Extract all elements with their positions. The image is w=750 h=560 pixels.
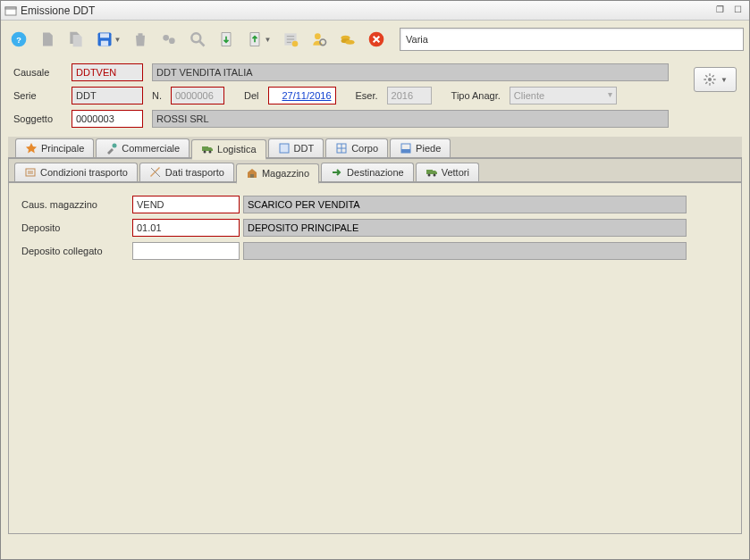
serie-label: Serie xyxy=(13,90,63,101)
logistica-panel: Condizioni trasporto Dati trasporto Maga… xyxy=(8,159,742,534)
svg-point-9 xyxy=(191,33,200,42)
toolbar: ? ▼ ▼ Varia xyxy=(1,21,749,58)
svg-point-7 xyxy=(163,35,169,41)
causale-input[interactable] xyxy=(72,63,143,81)
window-title: Emissione DDT xyxy=(21,4,712,17)
del-input[interactable] xyxy=(268,87,336,104)
magazzino-content: Caus. magazzino SCARICO PER VENDITA Depo… xyxy=(9,183,741,278)
tab-corpo[interactable]: Corpo xyxy=(325,138,388,157)
footer-icon xyxy=(400,142,412,155)
caus-magazzino-desc: SCARICO PER VENDITA xyxy=(243,196,687,213)
svg-point-36 xyxy=(433,174,435,177)
eser-label: Eser. xyxy=(356,90,378,101)
deposito-desc: DEPOSITO PRINCIPALE xyxy=(243,219,687,237)
context-field[interactable]: Varia xyxy=(400,28,744,51)
svg-line-10 xyxy=(200,42,205,46)
find-user-button[interactable] xyxy=(307,25,332,54)
table-icon xyxy=(335,142,348,155)
main-tabs: Principale Commerciale Logistica DDT Cor… xyxy=(8,137,742,159)
arrow-icon xyxy=(331,166,343,179)
deposito-input[interactable] xyxy=(132,219,240,237)
caus-magazzino-label: Caus. magazzino xyxy=(21,199,129,210)
window-maximize-icon[interactable]: ☐ xyxy=(729,4,746,17)
tipo-anagr-dropdown: Cliente xyxy=(510,87,617,104)
eser-field: 2016 xyxy=(387,87,432,104)
warehouse-icon xyxy=(246,167,258,180)
svg-rect-24 xyxy=(280,144,289,153)
tools-icon xyxy=(105,142,118,155)
svg-rect-5 xyxy=(100,33,109,38)
search-button[interactable] xyxy=(185,25,210,54)
delete-button[interactable] xyxy=(128,25,153,54)
svg-point-8 xyxy=(169,38,175,44)
svg-rect-29 xyxy=(401,149,410,153)
tab-commerciale[interactable]: Commerciale xyxy=(96,138,190,157)
help-button[interactable]: ? xyxy=(6,25,31,54)
svg-point-12 xyxy=(292,41,299,47)
svg-point-17 xyxy=(346,40,355,45)
numero-label: N. xyxy=(152,90,162,101)
tab-dati-trasporto[interactable]: Dati trasporto xyxy=(139,163,234,181)
import-button[interactable] xyxy=(214,25,239,54)
truck-icon xyxy=(426,166,438,179)
svg-point-20 xyxy=(113,144,117,148)
tab-principale[interactable]: Principale xyxy=(15,138,94,157)
deposito-collegato-label: Deposito collegato xyxy=(21,246,129,256)
svg-point-23 xyxy=(209,151,212,154)
svg-rect-6 xyxy=(100,41,107,46)
list-icon xyxy=(24,166,37,179)
sub-tabs: Condizioni trasporto Dati trasporto Maga… xyxy=(9,159,741,183)
truck-icon xyxy=(201,143,214,155)
copy-document-button[interactable] xyxy=(63,25,88,54)
tab-magazzino[interactable]: Magazzino xyxy=(236,163,319,184)
tab-destinazione[interactable]: Destinazione xyxy=(321,163,414,181)
tipo-anagr-label: Tipo Anagr. xyxy=(451,90,501,101)
tab-ddt[interactable]: DDT xyxy=(268,138,324,157)
numero-input[interactable] xyxy=(171,87,224,104)
svg-rect-33 xyxy=(250,174,254,178)
deposito-label: Deposito xyxy=(21,222,129,233)
causale-label: Causale xyxy=(13,67,63,78)
svg-rect-30 xyxy=(26,169,35,176)
svg-rect-21 xyxy=(202,146,208,151)
caus-magazzino-input[interactable] xyxy=(132,196,240,213)
soggetto-label: Soggetto xyxy=(13,113,63,124)
serie-input[interactable] xyxy=(72,87,143,104)
svg-rect-34 xyxy=(426,170,433,174)
svg-text:?: ? xyxy=(16,36,21,45)
tab-piede[interactable]: Piede xyxy=(390,138,451,157)
window-restore-icon[interactable]: ❐ xyxy=(712,4,728,17)
deposito-collegato-desc xyxy=(243,242,687,260)
ruler-icon xyxy=(149,166,162,179)
soggetto-desc: ROSSI SRL xyxy=(152,110,669,128)
tab-condizioni-trasporto[interactable]: Condizioni trasporto xyxy=(14,163,138,181)
document-icon xyxy=(278,142,291,155)
svg-point-13 xyxy=(315,33,321,39)
export-button[interactable]: ▼ xyxy=(242,25,274,54)
svg-point-19 xyxy=(708,78,712,81)
window-icon xyxy=(4,4,17,17)
del-label: Del xyxy=(244,90,259,101)
svg-rect-1 xyxy=(5,7,16,9)
window-titlebar: Emissione DDT ❐ ☐ xyxy=(1,1,749,21)
soggetto-input[interactable] xyxy=(72,110,143,128)
chevron-down-icon: ▼ xyxy=(114,36,122,44)
tab-vettori[interactable]: Vettori xyxy=(416,163,479,181)
new-document-button[interactable] xyxy=(35,25,60,54)
chevron-down-icon: ▼ xyxy=(721,76,728,84)
link-button[interactable] xyxy=(156,25,181,54)
settings-button[interactable]: ▼ xyxy=(694,67,737,92)
causale-desc: DDT VENDITA ITALIA xyxy=(152,63,669,81)
star-icon xyxy=(25,142,38,155)
deposito-collegato-input[interactable] xyxy=(132,242,240,260)
note-button[interactable] xyxy=(278,25,303,54)
save-button[interactable]: ▼ xyxy=(92,25,124,54)
tab-logistica[interactable]: Logistica xyxy=(191,139,265,160)
svg-point-35 xyxy=(427,174,430,177)
svg-point-22 xyxy=(204,151,206,154)
coins-button[interactable] xyxy=(335,25,360,54)
close-button[interactable] xyxy=(364,25,389,54)
chevron-down-icon: ▼ xyxy=(265,36,272,44)
